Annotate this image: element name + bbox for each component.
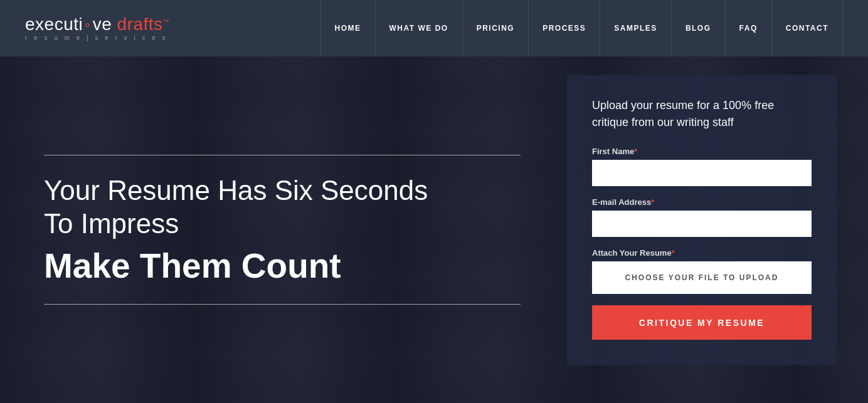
hero-title: Make Them Count (44, 247, 533, 285)
attach-resume-label: Attach Your Resume* (592, 248, 812, 258)
email-label: E-mail Address* (592, 197, 812, 207)
logo-subtext: r e s u m e | s e r v i c e s (25, 34, 169, 41)
critique-form-panel: Upload your resume for a 100% free criti… (567, 75, 837, 365)
logo[interactable]: executi⚬ve drafts™ r e s u m e | s e r v… (25, 15, 169, 41)
main-nav: HOME WHAT WE DO PRICING PROCESS SAMPLES … (320, 0, 843, 56)
nav-contact[interactable]: CONTACT (772, 0, 843, 56)
nav-blog[interactable]: BLOG (672, 0, 726, 56)
nav-what-we-do[interactable]: WHAT WE DO (376, 0, 463, 56)
first-name-label: First Name* (592, 147, 812, 156)
upload-file-button[interactable]: CHOOSE YOUR FILE TO UPLOAD (592, 261, 812, 294)
first-name-required: * (634, 147, 637, 156)
logo-text-drafts: drafts (117, 14, 163, 34)
attach-required: * (672, 248, 675, 258)
email-input[interactable] (592, 211, 812, 237)
logo-tm: ™ (163, 18, 170, 25)
logo-text-ve: ve (93, 14, 117, 34)
logo-person-icon: ⚬ (83, 19, 93, 31)
email-required: * (651, 197, 654, 207)
submit-critique-button[interactable]: CRITIQUE MY RESUME (592, 305, 812, 340)
nav-samples[interactable]: SAMPLES (600, 0, 672, 56)
site-header: executi⚬ve drafts™ r e s u m e | s e r v… (0, 0, 868, 56)
nav-faq[interactable]: FAQ (726, 0, 772, 56)
hero-divider-bottom (44, 304, 521, 305)
nav-home[interactable]: HOME (320, 0, 376, 56)
logo-text-executi: executi (25, 14, 83, 34)
hero-subtitle: Your Resume Has Six Seconds To Impress (44, 174, 533, 241)
hero-section: Your Resume Has Six Seconds To Impress M… (0, 56, 868, 403)
first-name-input[interactable] (592, 160, 812, 186)
form-description: Upload your resume for a 100% free criti… (592, 97, 812, 131)
nav-process[interactable]: PROCESS (529, 0, 600, 56)
hero-divider-top (44, 155, 521, 155)
hero-text-area: Your Resume Has Six Seconds To Impress M… (44, 56, 533, 403)
nav-pricing[interactable]: PRICING (463, 0, 529, 56)
